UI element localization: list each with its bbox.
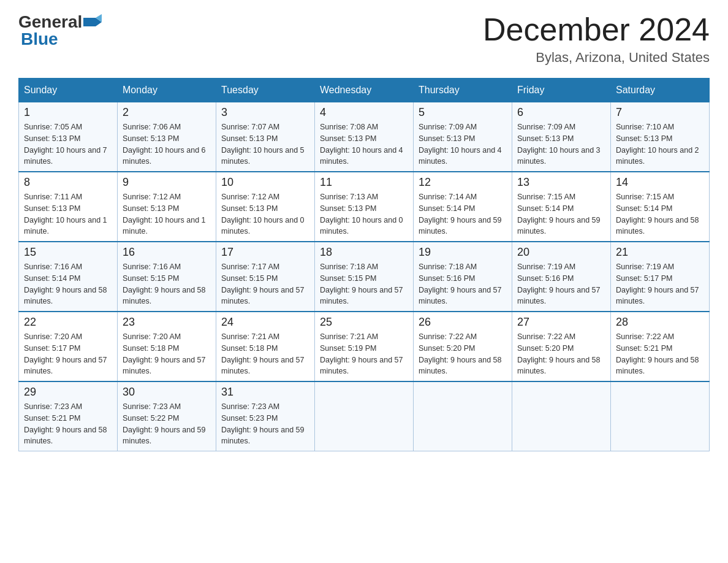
calendar-title: December 2024 [483,12,710,47]
calendar-cell: 3 Sunrise: 7:07 AMSunset: 5:13 PMDayligh… [216,102,315,172]
page-header: General Blue December 2024 Bylas, Arizon… [18,12,710,66]
day-number: 19 [419,246,507,259]
week-row-2: 8 Sunrise: 7:11 AMSunset: 5:13 PMDayligh… [19,172,710,242]
day-number: 13 [517,176,605,189]
day-number: 27 [517,316,605,329]
title-area: December 2024 Bylas, Arizona, United Sta… [483,12,710,66]
cell-info: Sunrise: 7:08 AMSunset: 5:13 PMDaylight:… [320,121,408,167]
calendar-cell: 2 Sunrise: 7:06 AMSunset: 5:13 PMDayligh… [118,102,216,172]
calendar-cell [512,381,611,451]
cell-info: Sunrise: 7:22 AMSunset: 5:20 PMDaylight:… [419,331,507,377]
cell-info: Sunrise: 7:06 AMSunset: 5:13 PMDaylight:… [123,121,211,167]
week-row-1: 1 Sunrise: 7:05 AMSunset: 5:13 PMDayligh… [19,102,710,172]
calendar-cell: 22 Sunrise: 7:20 AMSunset: 5:17 PMDaylig… [19,312,118,381]
day-number: 25 [320,316,408,329]
calendar-cell: 20 Sunrise: 7:19 AMSunset: 5:16 PMDaylig… [512,242,611,312]
day-number: 18 [320,246,408,259]
cell-info: Sunrise: 7:09 AMSunset: 5:13 PMDaylight:… [517,121,605,167]
calendar-cell: 6 Sunrise: 7:09 AMSunset: 5:13 PMDayligh… [512,102,611,172]
day-header-wednesday: Wednesday [315,79,414,102]
cell-info: Sunrise: 7:18 AMSunset: 5:15 PMDaylight:… [320,261,408,307]
calendar-subtitle: Bylas, Arizona, United States [483,50,710,66]
day-number: 6 [517,106,605,119]
day-number: 31 [221,386,309,399]
cell-info: Sunrise: 7:18 AMSunset: 5:16 PMDaylight:… [419,261,507,307]
cell-info: Sunrise: 7:20 AMSunset: 5:17 PMDaylight:… [24,331,112,377]
cell-info: Sunrise: 7:11 AMSunset: 5:13 PMDaylight:… [24,191,112,237]
calendar-cell: 25 Sunrise: 7:21 AMSunset: 5:19 PMDaylig… [315,312,414,381]
cell-info: Sunrise: 7:12 AMSunset: 5:13 PMDaylight:… [221,191,309,237]
cell-info: Sunrise: 7:15 AMSunset: 5:14 PMDaylight:… [517,191,605,237]
calendar-cell: 18 Sunrise: 7:18 AMSunset: 5:15 PMDaylig… [315,242,414,312]
day-number: 29 [24,386,112,399]
calendar-cell: 24 Sunrise: 7:21 AMSunset: 5:18 PMDaylig… [216,312,315,381]
calendar-cell: 9 Sunrise: 7:12 AMSunset: 5:13 PMDayligh… [118,172,216,242]
calendar-cell: 4 Sunrise: 7:08 AMSunset: 5:13 PMDayligh… [315,102,414,172]
day-number: 2 [123,106,211,119]
week-row-3: 15 Sunrise: 7:16 AMSunset: 5:14 PMDaylig… [19,242,710,312]
cell-info: Sunrise: 7:09 AMSunset: 5:13 PMDaylight:… [419,121,507,167]
calendar-cell: 5 Sunrise: 7:09 AMSunset: 5:13 PMDayligh… [414,102,512,172]
calendar-cell: 1 Sunrise: 7:05 AMSunset: 5:13 PMDayligh… [19,102,118,172]
calendar-table: SundayMondayTuesdayWednesdayThursdayFrid… [18,78,710,451]
day-number: 12 [419,176,507,189]
day-number: 17 [221,246,309,259]
week-row-5: 29 Sunrise: 7:23 AMSunset: 5:21 PMDaylig… [19,381,710,451]
cell-info: Sunrise: 7:16 AMSunset: 5:15 PMDaylight:… [123,261,211,307]
calendar-cell: 7 Sunrise: 7:10 AMSunset: 5:13 PMDayligh… [611,102,710,172]
calendar-cell: 30 Sunrise: 7:23 AMSunset: 5:22 PMDaylig… [118,381,216,451]
calendar-cell: 15 Sunrise: 7:16 AMSunset: 5:14 PMDaylig… [19,242,118,312]
cell-info: Sunrise: 7:12 AMSunset: 5:13 PMDaylight:… [123,191,211,237]
day-number: 30 [123,386,211,399]
cell-info: Sunrise: 7:22 AMSunset: 5:21 PMDaylight:… [616,331,704,377]
calendar-cell: 10 Sunrise: 7:12 AMSunset: 5:13 PMDaylig… [216,172,315,242]
day-number: 16 [123,246,211,259]
day-number: 22 [24,316,112,329]
day-number: 8 [24,176,112,189]
calendar-cell: 28 Sunrise: 7:22 AMSunset: 5:21 PMDaylig… [611,312,710,381]
cell-info: Sunrise: 7:19 AMSunset: 5:17 PMDaylight:… [616,261,704,307]
day-header-saturday: Saturday [611,79,710,102]
cell-info: Sunrise: 7:05 AMSunset: 5:13 PMDaylight:… [24,121,112,167]
day-number: 7 [616,106,704,119]
day-number: 14 [616,176,704,189]
day-header-thursday: Thursday [414,79,512,102]
calendar-cell: 11 Sunrise: 7:13 AMSunset: 5:13 PMDaylig… [315,172,414,242]
day-number: 26 [419,316,507,329]
svg-marker-0 [83,18,96,26]
week-row-4: 22 Sunrise: 7:20 AMSunset: 5:17 PMDaylig… [19,312,710,381]
calendar-cell: 23 Sunrise: 7:20 AMSunset: 5:18 PMDaylig… [118,312,216,381]
calendar-cell [315,381,414,451]
day-number: 28 [616,316,704,329]
calendar-cell: 19 Sunrise: 7:18 AMSunset: 5:16 PMDaylig… [414,242,512,312]
day-number: 11 [320,176,408,189]
cell-info: Sunrise: 7:20 AMSunset: 5:18 PMDaylight:… [123,331,211,377]
calendar-cell: 31 Sunrise: 7:23 AMSunset: 5:23 PMDaylig… [216,381,315,451]
cell-info: Sunrise: 7:07 AMSunset: 5:13 PMDaylight:… [221,121,309,167]
day-number: 20 [517,246,605,259]
calendar-cell: 29 Sunrise: 7:23 AMSunset: 5:21 PMDaylig… [19,381,118,451]
calendar-cell: 12 Sunrise: 7:14 AMSunset: 5:14 PMDaylig… [414,172,512,242]
cell-info: Sunrise: 7:19 AMSunset: 5:16 PMDaylight:… [517,261,605,307]
cell-info: Sunrise: 7:16 AMSunset: 5:14 PMDaylight:… [24,261,112,307]
calendar-cell: 8 Sunrise: 7:11 AMSunset: 5:13 PMDayligh… [19,172,118,242]
day-number: 15 [24,246,112,259]
day-number: 10 [221,176,309,189]
logo: General Blue [18,12,102,49]
cell-info: Sunrise: 7:15 AMSunset: 5:14 PMDaylight:… [616,191,704,237]
days-header-row: SundayMondayTuesdayWednesdayThursdayFrid… [19,79,710,102]
cell-info: Sunrise: 7:17 AMSunset: 5:15 PMDaylight:… [221,261,309,307]
calendar-cell: 17 Sunrise: 7:17 AMSunset: 5:15 PMDaylig… [216,242,315,312]
calendar-cell [414,381,512,451]
logo-icon [83,13,102,31]
calendar-cell: 13 Sunrise: 7:15 AMSunset: 5:14 PMDaylig… [512,172,611,242]
calendar-cell [611,381,710,451]
logo-text-blue: Blue [21,29,58,49]
day-number: 9 [123,176,211,189]
day-header-tuesday: Tuesday [216,79,315,102]
cell-info: Sunrise: 7:23 AMSunset: 5:23 PMDaylight:… [221,401,309,447]
day-number: 5 [419,106,507,119]
cell-info: Sunrise: 7:10 AMSunset: 5:13 PMDaylight:… [616,121,704,167]
cell-info: Sunrise: 7:23 AMSunset: 5:21 PMDaylight:… [24,401,112,447]
calendar-cell: 21 Sunrise: 7:19 AMSunset: 5:17 PMDaylig… [611,242,710,312]
